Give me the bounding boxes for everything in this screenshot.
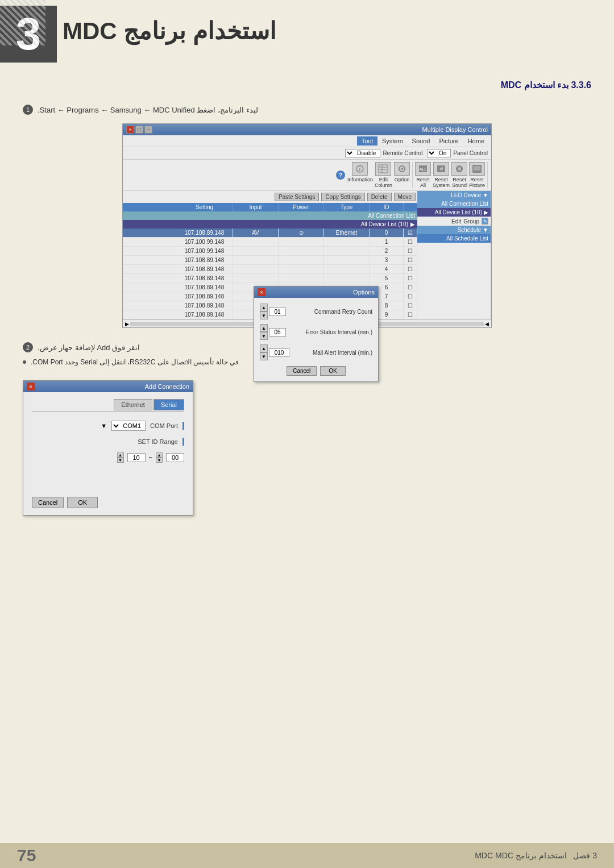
help-icon[interactable]: ? bbox=[336, 171, 345, 180]
menu-picture[interactable]: Picture bbox=[434, 136, 463, 146]
reset-all-label: ResetAll bbox=[416, 177, 430, 188]
mdc-title: Multiple Display Control bbox=[422, 126, 488, 133]
range-to-input[interactable] bbox=[127, 453, 146, 462]
error-input-group: ▲ ▼ bbox=[260, 324, 286, 340]
table-row-4[interactable]: ☐ 4 107.108.89.148 bbox=[123, 265, 417, 274]
id-range-values: ▲ ▼ ~ ▲ ▼ bbox=[32, 452, 184, 463]
add-conn-cancel-btn[interactable]: Cancel bbox=[32, 497, 64, 508]
options-cancel-btn[interactable]: Cancel bbox=[287, 366, 317, 376]
option-icon bbox=[394, 162, 410, 176]
edit-label[interactable]: Edit bbox=[451, 218, 461, 225]
toolbar-reset-all[interactable]: ALL ResetAll bbox=[415, 162, 431, 188]
retry-input[interactable] bbox=[269, 308, 286, 316]
add-connection-dialog: Add Connection × Serial Ethernet COM Por… bbox=[23, 380, 193, 516]
edit-column-icon bbox=[375, 162, 391, 176]
error-input[interactable] bbox=[269, 328, 286, 337]
toolbar-reset-sound[interactable]: ResetSound bbox=[451, 162, 467, 188]
cell-power-0: ⊙ bbox=[279, 229, 324, 237]
error-spin-down[interactable]: ▼ bbox=[260, 332, 268, 340]
from-spin-down[interactable]: ▼ bbox=[156, 458, 163, 463]
mail-spin-down[interactable]: ▼ bbox=[260, 352, 268, 360]
table-row-2[interactable]: ☐ 2 107.100.99.148 bbox=[123, 247, 417, 256]
paste-settings-btn[interactable]: Paste Settings bbox=[275, 193, 319, 201]
from-spin-up[interactable]: ▲ bbox=[156, 452, 163, 458]
menu-system[interactable]: System bbox=[377, 136, 408, 146]
to-spin-up[interactable]: ▲ bbox=[117, 452, 124, 458]
com-port-select[interactable]: COM1 COM2 COM3 bbox=[111, 421, 146, 431]
all-connection-list-left[interactable]: All Connection List bbox=[417, 200, 491, 208]
all-device-section-left[interactable]: ▶ All Device List (10) bbox=[417, 208, 491, 217]
table-row-5[interactable]: ☐ 5 107.108.89.148 bbox=[123, 274, 417, 283]
toolbar-information[interactable]: i Information bbox=[347, 162, 373, 188]
menu-sound[interactable]: Sound bbox=[408, 136, 435, 146]
options-buttons: OK Cancel bbox=[260, 366, 372, 376]
panel-controls: Panel Control On Off Remote Control Disa… bbox=[123, 147, 491, 160]
remote-control-label: Remote Control bbox=[383, 150, 422, 156]
reset-sound-icon bbox=[451, 162, 467, 176]
svg-rect-10 bbox=[379, 165, 388, 173]
toolbar-reset-picture[interactable]: ResetPicture bbox=[469, 162, 485, 188]
add-conn-ok-btn[interactable]: OK bbox=[67, 497, 98, 508]
edit-column-label: EditColumn bbox=[375, 177, 392, 188]
to-spin-down[interactable]: ▼ bbox=[117, 458, 124, 463]
copy-settings-btn[interactable]: Copy Settings bbox=[321, 193, 364, 201]
col-checkbox bbox=[404, 203, 417, 211]
table-header: ID Type Power Input Setting bbox=[123, 203, 417, 211]
bullet-dot bbox=[23, 360, 26, 364]
tab-serial[interactable]: Serial bbox=[154, 399, 184, 410]
information-icon: i bbox=[352, 162, 368, 176]
range-separator: ~ bbox=[149, 454, 152, 461]
mail-spin-up[interactable]: ▲ bbox=[260, 344, 268, 352]
reset-picture-label: ResetPicture bbox=[469, 177, 485, 188]
all-schedule-list[interactable]: All Schedule List bbox=[417, 234, 491, 243]
table-row-selected[interactable]: ☑ 0 Ethernet ⊙ AV 107.108.89.148 bbox=[123, 229, 417, 238]
toolbar-reset-system[interactable]: ↺ ResetSystem bbox=[433, 162, 450, 188]
toolbar-edit-column[interactable]: EditColumn bbox=[375, 162, 392, 188]
options-close-btn[interactable]: × bbox=[258, 288, 265, 296]
panel-control-select[interactable]: On Off bbox=[427, 149, 451, 157]
move-btn[interactable]: Move bbox=[394, 193, 416, 201]
col-input: Input bbox=[233, 203, 279, 211]
retry-spin-up[interactable]: ▲ bbox=[260, 304, 268, 312]
options-ok-btn[interactable]: OK bbox=[320, 366, 345, 376]
toolbar-option[interactable]: Option bbox=[394, 162, 410, 188]
set-id-range-row: SET ID Range bbox=[32, 438, 184, 446]
menu-tool[interactable]: Tool bbox=[357, 136, 377, 146]
remote-control-select[interactable]: Disable Enable bbox=[345, 149, 380, 157]
information-label: Information bbox=[347, 177, 373, 182]
schedule-section[interactable]: ▼ Schedule bbox=[417, 226, 491, 234]
retry-input-group: ▲ ▼ bbox=[260, 304, 286, 319]
add-conn-title: Add Connection bbox=[145, 383, 189, 390]
range-from-spinner: ▲ ▼ bbox=[156, 452, 163, 463]
range-from-input[interactable] bbox=[166, 453, 184, 462]
retry-label: Command Retry Count bbox=[314, 309, 372, 315]
delete-btn[interactable]: Delete bbox=[367, 193, 392, 201]
all-connection-list-header: All Connection List bbox=[123, 211, 417, 220]
svg-rect-1 bbox=[474, 166, 480, 171]
menu-home[interactable]: Home bbox=[463, 136, 489, 146]
corner-decoration bbox=[0, 0, 45, 45]
chapter-title: استخدام برنامج MDC bbox=[57, 6, 293, 63]
retry-spin-down[interactable]: ▼ bbox=[260, 312, 268, 319]
add-connection-wrapper: Add Connection × Serial Ethernet COM Por… bbox=[0, 380, 614, 516]
error-spin-up[interactable]: ▲ bbox=[260, 324, 268, 332]
minimize-btn[interactable]: − bbox=[144, 126, 152, 134]
add-conn-body: Serial Ethernet COM Port COM1 COM2 COM3 … bbox=[23, 392, 193, 515]
panel-control-group: Panel Control On Off bbox=[427, 149, 488, 157]
table-row-3[interactable]: ☐ 3 107.108.89.148 bbox=[123, 256, 417, 265]
tab-ethernet[interactable]: Ethernet bbox=[114, 399, 152, 410]
led-device-section: ▼ LED Device bbox=[417, 191, 491, 200]
reset-sound-label: ResetSound bbox=[452, 177, 467, 188]
id-separator bbox=[182, 438, 184, 446]
maximize-btn[interactable]: □ bbox=[135, 126, 143, 134]
options-mail-row: Mail Alert Interval (min.) ▲ ▼ bbox=[260, 344, 372, 360]
mail-input[interactable] bbox=[269, 348, 289, 357]
table-row-1[interactable]: ☐ 1 107.100.99.148 bbox=[123, 238, 417, 247]
mail-spinners: ▲ ▼ bbox=[260, 344, 268, 360]
options-dialog: Options × Command Retry Count ▲ ▼ Error … bbox=[254, 286, 379, 382]
close-btn[interactable]: × bbox=[126, 126, 134, 134]
cell-type-0: Ethernet bbox=[324, 229, 370, 237]
reset-all-icon: ALL bbox=[415, 162, 431, 176]
add-conn-close-btn[interactable]: × bbox=[27, 383, 35, 391]
instruction-1-text: لبدء البرنامج، اضغط Start ← Programs ← S… bbox=[38, 106, 258, 114]
